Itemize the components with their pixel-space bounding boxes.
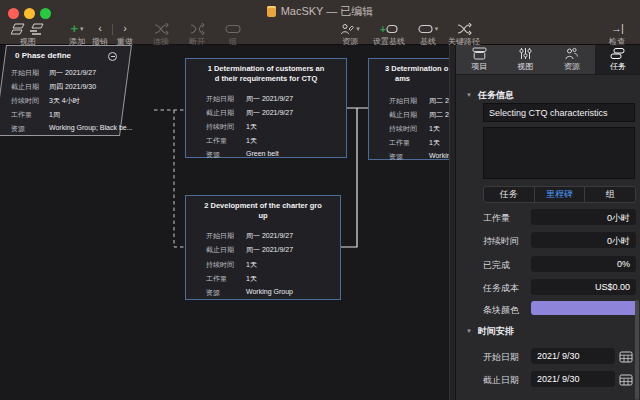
document-icon xyxy=(267,6,276,17)
task-cost-field[interactable]: US$0.00 xyxy=(531,279,636,295)
disconnect-button[interactable]: 断开 xyxy=(182,22,212,47)
inspector-tabs: 项目 视图 资源 任务 xyxy=(456,45,640,75)
task-cards-icon xyxy=(610,47,625,60)
tab-task[interactable]: 任务 xyxy=(595,45,640,74)
baseline-button[interactable]: ▾ 基线 xyxy=(412,22,444,47)
segment-group[interactable]: 组 xyxy=(584,187,635,202)
resource-person-icon xyxy=(340,23,354,35)
completed-row: 已完成 0% xyxy=(456,256,640,272)
window-title: MacSKY — 已编辑 xyxy=(0,4,640,19)
inspect-icon: →| xyxy=(611,22,623,35)
work-row: 工作量 0小时 xyxy=(456,209,640,225)
project-icon xyxy=(472,47,487,60)
disconnect-icon xyxy=(190,23,205,35)
node-task-2[interactable]: 2 Development of the charter group 开始日期周… xyxy=(185,195,341,300)
schedule-section-header[interactable]: ▼时间安排 xyxy=(466,325,514,338)
critical-path-icon xyxy=(457,23,472,35)
disclosure-triangle-icon: ▼ xyxy=(466,92,472,98)
connect-icon xyxy=(154,23,169,35)
segment-task[interactable]: 任务 xyxy=(484,187,534,202)
tab-project[interactable]: 项目 xyxy=(456,45,502,74)
calendar-icon[interactable] xyxy=(619,349,633,367)
bar-color-row: 条块颜色 xyxy=(456,301,640,317)
redo-icon: › xyxy=(123,22,127,35)
connect-button[interactable]: 连接 xyxy=(146,22,176,47)
set-baseline-button[interactable]: + 设置基线 xyxy=(368,22,410,47)
task-notes-textarea[interactable] xyxy=(483,127,635,179)
resource-button[interactable]: ▾ 资源 xyxy=(332,22,368,47)
task-info-section-header[interactable]: ▼任务信息 xyxy=(466,89,514,102)
collapse-icon[interactable] xyxy=(108,52,117,61)
segment-milestone[interactable]: 里程碑 xyxy=(534,187,585,202)
undo-icon: ‹ xyxy=(98,22,102,35)
calendar-icon[interactable] xyxy=(619,372,633,390)
network-view-icon xyxy=(11,23,27,35)
undo-button[interactable]: ‹ 撤销 xyxy=(88,22,112,47)
phase-dashed-connector xyxy=(154,110,185,247)
group-icon xyxy=(225,23,241,35)
task-name-input[interactable] xyxy=(483,103,635,122)
duration-field[interactable]: 0小时 xyxy=(531,232,636,248)
node-phase-define[interactable]: 0 Phase define 开始日期周一 2021/9/27 截止日期周四 2… xyxy=(0,45,132,136)
set-baseline-icon: + xyxy=(380,23,398,35)
chevron-down-icon: ▾ xyxy=(435,22,439,35)
inspect-button[interactable]: →| 检查 xyxy=(602,22,632,47)
chevron-down-icon: ▾ xyxy=(356,22,360,35)
task-type-segmented-control: 任务 里程碑 组 xyxy=(483,186,636,203)
group-button[interactable]: 组 xyxy=(219,22,247,47)
end-date-field[interactable]: 2021/ 9/30 xyxy=(531,371,615,387)
view-sliders-icon xyxy=(518,47,533,60)
end-date-row: 截止日期 2021/ 9/30 xyxy=(456,371,640,387)
toolbar: 视图 +▾ 添加 ‹ 撤销 › 重做 连接 断开 组 ▾ 资源 xyxy=(0,21,640,45)
node-task-1[interactable]: 1 Determination of customers and their r… xyxy=(185,58,347,158)
start-date-row: 开始日期 2021/ 9/30 xyxy=(456,348,640,364)
node-title: 0 Phase define xyxy=(1,51,125,61)
people-icon xyxy=(564,47,579,60)
node-title: 2 Development of the charter group xyxy=(186,201,340,221)
duration-row: 持续时间 0小时 xyxy=(456,232,640,248)
bar-color-swatch[interactable] xyxy=(531,301,639,315)
tab-view[interactable]: 视图 xyxy=(502,45,548,74)
network-diagram-canvas[interactable]: 0 Phase define 开始日期周一 2021/9/27 截止日期周四 2… xyxy=(0,45,449,400)
node-task-3[interactable]: 3 Determination oams 开始日期周二 20 截止日期周二 20… xyxy=(368,58,449,160)
node-title: 3 Determination oams xyxy=(369,64,449,84)
gantt-view-icon xyxy=(29,23,45,35)
baseline-icon xyxy=(418,23,433,35)
sidebar-scrollbar-thumb[interactable] xyxy=(635,300,639,400)
redo-button[interactable]: › 重做 xyxy=(113,22,137,47)
inspector-sidebar: 项目 视图 资源 任务 ▼任务信息 任务 里程碑 组 工作量 0小时 持续时间 … xyxy=(455,45,640,400)
tab-resources[interactable]: 资源 xyxy=(549,45,595,74)
svg-text:+: + xyxy=(380,24,386,35)
window-header: MacSKY — 已编辑 视图 +▾ 添加 ‹ 撤销 › 重做 连接 xyxy=(0,0,640,45)
work-field[interactable]: 0小时 xyxy=(531,209,636,225)
start-date-field[interactable]: 2021/ 9/30 xyxy=(531,348,615,364)
task-cost-row: 任务成本 US$0.00 xyxy=(456,279,640,295)
node-title: 1 Determination of customers and their r… xyxy=(186,64,346,84)
titlebar: MacSKY — 已编辑 xyxy=(0,0,640,21)
plus-icon: + xyxy=(70,23,78,34)
completed-field[interactable]: 0% xyxy=(531,256,636,272)
disclosure-triangle-icon: ▼ xyxy=(466,328,472,334)
view-switch-button[interactable]: 视图 xyxy=(6,22,50,47)
chevron-down-icon: ▾ xyxy=(80,22,84,35)
critical-path-button[interactable]: 关键路径 xyxy=(442,22,486,47)
